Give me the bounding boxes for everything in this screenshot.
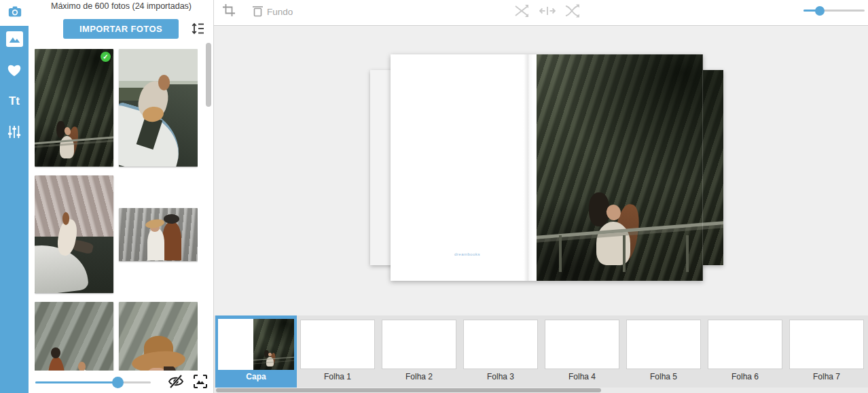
page-label: Folha 4 (541, 372, 623, 381)
photo-panel-footer (29, 371, 214, 393)
filmstrip-page-capa[interactable]: Capa (215, 315, 297, 388)
import-photos-button[interactable]: IMPORTAR FOTOS (63, 19, 179, 39)
heart-icon (7, 63, 22, 77)
library-photo-3[interactable] (35, 175, 113, 293)
sidebar-item-text[interactable]: Tt (0, 94, 29, 117)
library-photo-6[interactable] (119, 302, 198, 371)
workspace: Fundo (214, 0, 868, 393)
page-label: Folha 5 (623, 372, 704, 381)
hide-used-photos-button[interactable] (167, 373, 185, 391)
filmstrip-page-folha-3[interactable]: Folha 3 (460, 315, 541, 388)
page-thumbnail (463, 320, 538, 369)
photo-count-label: Máximo de 600 fotos (24 importadas) (29, 1, 214, 11)
page-label: Folha 7 (786, 372, 867, 381)
sort-order-button[interactable] (190, 22, 205, 37)
photo-used-badge: ✓ (101, 52, 111, 62)
autofill-pages-button[interactable] (192, 374, 209, 390)
remove-background-button[interactable] (251, 4, 264, 19)
page-label: Folha 1 (297, 372, 378, 381)
library-photo-1[interactable]: ✓ (35, 49, 113, 167)
filmstrip-page-folha-7[interactable]: Folha 7 (786, 315, 867, 388)
filmstrip-scrollbar-thumb[interactable] (216, 388, 601, 392)
page-label: Folha 2 (378, 372, 460, 381)
editor-toolbar: Fundo (214, 0, 868, 26)
zoom-slider-thumb[interactable] (815, 6, 825, 16)
page-filmstrip: Capa Folha 1 Folha 2 Folha 3 Folha 4 Fol… (214, 315, 868, 388)
background-button-label[interactable]: Fundo (267, 7, 293, 17)
page-thumbnail (789, 320, 864, 369)
editor-canvas[interactable]: dreambooks (214, 26, 868, 315)
filmstrip-page-folha-6[interactable]: Folha 6 (704, 315, 786, 388)
back-cover-logo: dreambooks (391, 252, 544, 256)
page-label: Folha 3 (460, 372, 541, 381)
shuffle-button[interactable] (513, 3, 530, 20)
filmstrip-page-folha-2[interactable]: Folha 2 (378, 315, 460, 388)
page-thumbnail (382, 320, 456, 369)
photo-library-panel: Máximo de 600 fotos (24 importadas) IMPO… (29, 0, 214, 393)
sidebar-item-photos[interactable] (6, 31, 23, 47)
image-icon (8, 33, 21, 45)
thumbnail-size-slider[interactable] (35, 376, 151, 388)
shuffle-photos-icon (564, 4, 579, 18)
page-thumbnail (300, 320, 375, 369)
crop-icon (222, 3, 236, 17)
spine-fold (524, 54, 533, 281)
trash-icon (252, 4, 264, 17)
canvas-zoom-slider[interactable] (803, 4, 865, 18)
page-thumbnail (545, 320, 619, 369)
swap-pages-button[interactable] (539, 3, 556, 20)
sidebar-item-settings[interactable] (0, 125, 29, 148)
photo-list-scrollbar[interactable] (206, 43, 211, 107)
shuffle-icon (514, 4, 529, 18)
shuffle-photos-button[interactable] (564, 3, 580, 20)
cover-photo[interactable] (537, 54, 723, 281)
camera-icon (8, 5, 22, 18)
page-label: Folha 6 (704, 372, 786, 381)
text-icon: Tt (9, 95, 20, 107)
sidebar: Tt (0, 26, 29, 393)
camera-header (0, 0, 29, 26)
slider-fill (35, 381, 117, 383)
filmstrip-page-folha-4[interactable]: Folha 4 (541, 315, 623, 388)
image-frame-icon (193, 374, 208, 389)
sidebar-item-favorites[interactable] (0, 63, 29, 86)
filmstrip-page-folha-1[interactable]: Folha 1 (297, 315, 378, 388)
line-spacing-icon (191, 22, 204, 35)
swap-horizontal-icon (539, 5, 556, 17)
filmstrip-page-folha-5[interactable]: Folha 5 (623, 315, 704, 388)
library-photo-2[interactable] (119, 49, 198, 167)
page-label: Capa (215, 372, 297, 381)
eye-off-icon (168, 373, 184, 390)
cover-thumbnail-photo (253, 319, 294, 370)
photobook-editor: Tt Máximo de 600 fotos (24 importadas) I… (0, 0, 868, 393)
crop-button[interactable] (221, 3, 236, 18)
slider-thumb[interactable] (112, 377, 124, 388)
filmstrip-scrollbar[interactable] (214, 388, 868, 393)
tune-icon (7, 125, 21, 139)
library-photo-4[interactable] (119, 208, 198, 261)
photo-grid: ✓ (35, 49, 198, 371)
library-photo-5[interactable] (35, 302, 113, 371)
page-thumbnail (218, 319, 294, 370)
page-thumbnail (626, 320, 701, 369)
page-thumbnail (708, 320, 782, 369)
